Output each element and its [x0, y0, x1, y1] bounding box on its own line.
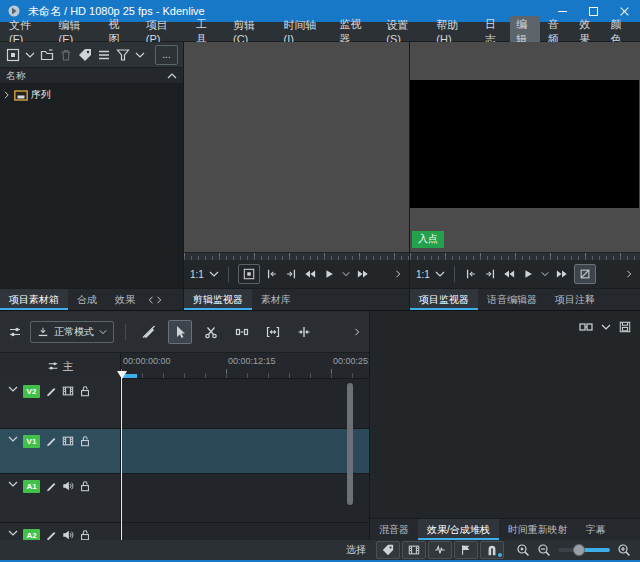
play-dropdown[interactable]: [540, 264, 550, 284]
track-target-badge[interactable]: A2: [23, 529, 40, 540]
fit-zoom-button[interactable]: [261, 320, 285, 344]
project-monitor-zoom-select[interactable]: 1:1: [416, 269, 445, 280]
save-preset-icon[interactable]: [619, 321, 631, 333]
track-lane-v2[interactable]: [121, 379, 369, 429]
lock-icon[interactable]: [79, 529, 91, 540]
track-header-a2[interactable]: A2: [0, 523, 121, 540]
go-to-in-button[interactable]: [265, 264, 279, 284]
pen-icon[interactable]: [45, 529, 57, 540]
mix-clips-button[interactable]: [137, 320, 161, 344]
tab-project-monitor[interactable]: 项目监视器: [410, 289, 478, 310]
lock-icon[interactable]: [79, 385, 91, 397]
collapse-chevron-icon[interactable]: [8, 435, 18, 443]
show-audio-thumbnails-toggle[interactable]: [428, 541, 452, 559]
menu-item-help[interactable]: 帮助(H): [427, 22, 478, 41]
show-tags-toggle[interactable]: [376, 541, 400, 559]
master-track-button[interactable]: 主: [0, 353, 121, 379]
tab-project-notes[interactable]: 项目注释: [546, 289, 604, 310]
filter-dropdown[interactable]: [134, 45, 146, 65]
go-to-in-button[interactable]: [464, 264, 478, 284]
zoom-in-icon[interactable]: [617, 543, 631, 557]
tab-audio-mixer[interactable]: 混音器: [370, 519, 418, 540]
track-header-v1[interactable]: V1: [0, 429, 121, 474]
go-to-out-button[interactable]: [483, 264, 497, 284]
go-to-out-button[interactable]: [284, 264, 298, 284]
lock-icon[interactable]: [79, 480, 91, 492]
view-mode-button[interactable]: [96, 45, 112, 65]
collapse-chevron-icon[interactable]: [8, 480, 18, 488]
play-dropdown[interactable]: [341, 264, 351, 284]
tab-effect-stack[interactable]: 效果/合成堆栈: [418, 519, 499, 540]
clip-monitor-screen[interactable]: [184, 42, 409, 252]
menu-item-tools[interactable]: 工具: [187, 22, 224, 41]
project-monitor-seek-ruler[interactable]: [410, 252, 640, 260]
clip-monitor-more-button[interactable]: [394, 264, 403, 284]
zoom-fit-icon[interactable]: [516, 543, 530, 557]
speaker-icon[interactable]: [62, 529, 74, 540]
collapse-chevron-icon[interactable]: [8, 529, 18, 537]
film-icon[interactable]: [62, 435, 74, 447]
tab-compositions[interactable]: 合成: [68, 289, 106, 310]
timeline-toolbar-more-button[interactable]: [353, 322, 362, 342]
compare-split-icon[interactable]: [579, 320, 593, 334]
tab-clip-monitor[interactable]: 剪辑监视器: [184, 289, 252, 310]
pen-icon[interactable]: [45, 480, 57, 492]
menu-item-view[interactable]: 视图: [100, 22, 137, 41]
track-header-v2[interactable]: V2: [0, 379, 121, 429]
tab-speech-editor[interactable]: 语音编辑器: [478, 289, 546, 310]
timeline-zoom-slider[interactable]: [558, 548, 610, 552]
tab-time-remap[interactable]: 时间重新映射: [499, 519, 577, 540]
menu-item-clip[interactable]: 剪辑(C): [224, 22, 275, 41]
spacer-tool-button[interactable]: [230, 320, 254, 344]
bin-overflow-button[interactable]: ...: [155, 45, 178, 65]
pen-icon[interactable]: [45, 435, 57, 447]
timeline-settings-button[interactable]: [7, 322, 23, 342]
speaker-icon[interactable]: [62, 480, 74, 492]
zoom-slider-handle[interactable]: [573, 544, 585, 556]
track-target-badge[interactable]: V2: [23, 385, 40, 398]
menu-item-file[interactable]: 文件(F): [0, 22, 49, 41]
menu-item-timeline[interactable]: 时间轴(I): [275, 22, 331, 41]
track-header-a1[interactable]: A1: [0, 474, 121, 523]
play-button[interactable]: [322, 264, 336, 284]
chevron-down-icon[interactable]: [601, 323, 611, 331]
pen-icon[interactable]: [45, 385, 57, 397]
lock-icon[interactable]: [79, 435, 91, 447]
create-folder-button[interactable]: [39, 45, 55, 65]
collapse-chevron-icon[interactable]: [8, 385, 18, 393]
menu-item-project[interactable]: 项目(P): [137, 22, 187, 41]
film-icon[interactable]: [62, 385, 74, 397]
add-clip-dropdown[interactable]: [24, 45, 36, 65]
rewind-button[interactable]: [303, 264, 317, 284]
clip-monitor-seek-ruler[interactable]: [184, 252, 409, 260]
razor-tool-button[interactable]: [199, 320, 223, 344]
edit-mode-dropdown[interactable]: 正常模式: [30, 321, 114, 343]
track-target-badge[interactable]: V1: [23, 435, 40, 448]
bin-name-column-header[interactable]: 名称: [0, 68, 183, 84]
play-button[interactable]: [521, 264, 535, 284]
timeline-ruler[interactable]: 00:00:00:00 00:00:12:15 00:00:25:05 00:0: [121, 353, 369, 379]
show-video-thumbnails-toggle[interactable]: [402, 541, 426, 559]
track-target-badge[interactable]: A1: [23, 480, 40, 493]
tab-scroll-right-icon[interactable]: [156, 296, 163, 304]
snap-toggle[interactable]: [480, 541, 504, 559]
trim-zone-button[interactable]: [574, 264, 596, 284]
tab-subtitles[interactable]: 字幕: [577, 519, 615, 540]
delete-clip-button[interactable]: [58, 45, 74, 65]
tags-button[interactable]: [77, 45, 93, 65]
timeline-vertical-scrollbar[interactable]: [347, 383, 353, 505]
track-lane-v1[interactable]: [121, 429, 369, 474]
rewind-button[interactable]: [502, 264, 516, 284]
menu-item-settings[interactable]: 设置(S): [377, 22, 427, 41]
slip-tool-button[interactable]: [292, 320, 316, 344]
track-lane-a2[interactable]: [121, 523, 369, 540]
clip-monitor-zoom-select[interactable]: 1:1: [190, 269, 219, 280]
forward-button[interactable]: [555, 264, 569, 284]
bin-item-sequence[interactable]: 序列: [0, 87, 183, 103]
selection-tool-button[interactable]: [168, 320, 192, 344]
track-lane-a1[interactable]: [121, 474, 369, 523]
clip-monitor-zone-button[interactable]: [238, 264, 260, 284]
forward-button[interactable]: [356, 264, 370, 284]
zoom-out-icon[interactable]: [537, 543, 551, 557]
project-monitor-screen[interactable]: 入点: [410, 42, 640, 252]
